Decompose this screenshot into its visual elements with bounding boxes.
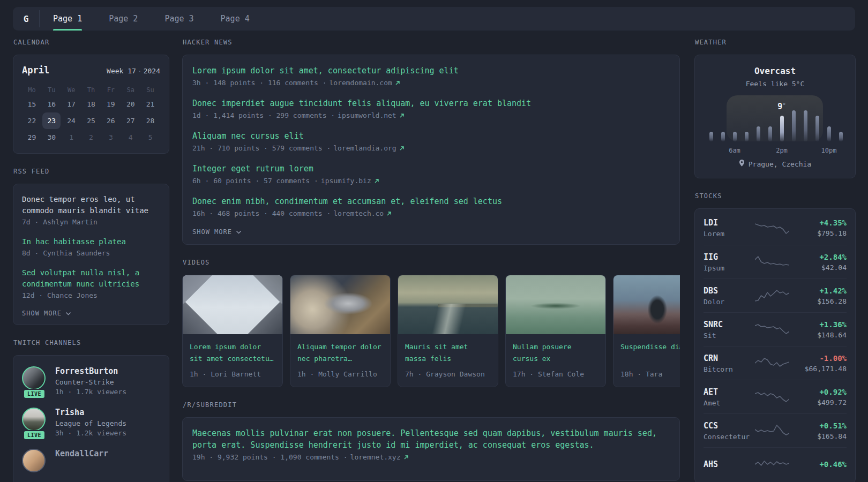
hn-item-domain-link[interactable]: loremlandia.org bbox=[333, 144, 396, 152]
hn-item-domain-link[interactable]: loremtech.co bbox=[333, 209, 384, 217]
tab-page-4[interactable]: Page 4 bbox=[221, 7, 250, 31]
hn-item-title[interactable]: Integer eget rutrum lorem bbox=[192, 163, 670, 175]
stock-name: Amet bbox=[704, 399, 755, 407]
stock-id: DBSDolor bbox=[704, 286, 755, 306]
video-card[interactable]: Lorem ipsum dolor sit amet consectetu…1h… bbox=[182, 275, 283, 387]
location-pin-icon bbox=[739, 160, 745, 168]
rss-item-meta: 7d · Ashlyn Martin bbox=[22, 218, 160, 226]
hackernews-section-header: HACKER NEWS bbox=[183, 39, 679, 46]
rss-show-more-button[interactable]: SHOW MORE bbox=[22, 310, 160, 317]
channel-name[interactable]: Trisha bbox=[55, 408, 126, 417]
hn-item-meta: 1d · 1,414 points · 299 comments · ipsum… bbox=[192, 111, 670, 119]
video-card[interactable]: Nullam posuere cursus ex17h · Stefan Col… bbox=[505, 275, 606, 387]
video-thumbnail bbox=[398, 275, 498, 334]
weekday-label: Mo bbox=[22, 86, 42, 94]
weekday-label: We bbox=[62, 86, 81, 94]
channel-name[interactable]: KendallCarr bbox=[55, 449, 108, 458]
avatar-wrap: LIVE bbox=[22, 408, 47, 437]
stock-id: CCSConsectetur bbox=[704, 421, 755, 441]
hn-item-title[interactable]: Donec enim nibh, condimentum et accumsan… bbox=[192, 195, 670, 207]
calendar-day: 20 bbox=[121, 96, 140, 112]
stock-id: CRNBitcorn bbox=[704, 353, 755, 373]
stock-name: Dolor bbox=[704, 298, 755, 306]
stock-ticker: DBS bbox=[704, 286, 755, 296]
stock-ticker: IIG bbox=[704, 252, 755, 262]
hn-item-title[interactable]: Donec imperdiet augue tincidunt felis al… bbox=[192, 97, 670, 109]
weekday-label: Su bbox=[140, 86, 160, 94]
weather-bar bbox=[745, 132, 749, 141]
video-card-body: Aliquam tempor dolor nec pharetra…1h · M… bbox=[290, 334, 390, 387]
avatar[interactable] bbox=[22, 408, 46, 431]
calendar-day: 18 bbox=[81, 96, 101, 112]
calendar-day: 29 bbox=[22, 129, 42, 146]
video-card-body: Mauris sit amet massa felis7h · Grayson … bbox=[398, 334, 498, 387]
video-card[interactable]: Mauris sit amet massa felis7h · Grayson … bbox=[398, 275, 498, 387]
stock-row: AETAmet+0.92%$499.72 bbox=[704, 380, 847, 413]
video-meta: 17h · Stefan Cole bbox=[513, 370, 598, 378]
stock-price: $795.18 bbox=[817, 229, 847, 237]
weather-bar bbox=[768, 126, 772, 141]
hn-item-title[interactable]: Aliquam nec cursus elit bbox=[192, 130, 670, 142]
stock-row: CCSConsectetur+0.51%$165.84 bbox=[704, 413, 847, 447]
stock-values: +1.36%$148.64 bbox=[817, 320, 847, 339]
subreddit-item-domain-link[interactable]: loremnet.xyz bbox=[350, 453, 401, 461]
weather-bar bbox=[721, 132, 725, 141]
subreddit-item-meta-text: 19h · 9,932 points · 1,090 comments · bbox=[192, 453, 348, 461]
calendar-day: 30 bbox=[42, 129, 62, 146]
calendar-day: 26 bbox=[101, 112, 121, 129]
twitch-list: LIVEForrestBurtonCounter-Strike1h · 1.7k… bbox=[22, 366, 160, 472]
weather-current-temp: 9° bbox=[777, 102, 786, 111]
stocks-card: LDILorem+4.35%$795.18IIGIpsum+2.84%$42.0… bbox=[694, 208, 856, 482]
calendar-card: April Week 17·2024 MoTuWeThFrSaSu 151617… bbox=[13, 55, 169, 154]
rss-item: Donec tempor eros leo, ut commodo mauris… bbox=[22, 194, 160, 226]
stock-row: LDILorem+4.35%$795.18 bbox=[704, 211, 847, 245]
tab-page-2[interactable]: Page 2 bbox=[109, 7, 138, 31]
avatar[interactable] bbox=[22, 449, 46, 472]
rss-item-title[interactable]: In hac habitasse platea bbox=[22, 236, 160, 247]
hackernews-list: Lorem ipsum dolor sit amet, consectetur … bbox=[192, 65, 670, 217]
tab-page-3[interactable]: Page 3 bbox=[164, 7, 193, 31]
weather-location: Prague, Czechia bbox=[749, 160, 811, 168]
rss-item-title[interactable]: Sed volutpat nulla nisl, a condimentum n… bbox=[22, 267, 160, 290]
avatar[interactable] bbox=[22, 366, 46, 390]
rss-list: Donec tempor eros leo, ut commodo mauris… bbox=[22, 194, 160, 299]
hackernews-show-more-button[interactable]: SHOW MORE bbox=[192, 228, 670, 236]
stocks-list: LDILorem+4.35%$795.18IIGIpsum+2.84%$42.0… bbox=[704, 211, 847, 481]
stock-id: SNRCSit bbox=[704, 320, 755, 340]
hn-item-title[interactable]: Lorem ipsum dolor sit amet, consectetur … bbox=[192, 65, 670, 77]
channel-name[interactable]: ForrestBurton bbox=[55, 366, 126, 376]
weather-card: Overcast Feels like 5°C 9° 6am 2pm 10pm … bbox=[694, 55, 856, 178]
tab-page-1[interactable]: Page 1 bbox=[53, 7, 82, 31]
video-title: Nullam posuere cursus ex bbox=[513, 341, 598, 365]
weather-bar bbox=[827, 126, 831, 141]
twitch-section-header: TWITCH CHANNELS bbox=[13, 339, 169, 347]
videos-row[interactable]: Lorem ipsum dolor sit amet consectetu…1h… bbox=[182, 275, 680, 387]
weather-degree-symbol: ° bbox=[782, 102, 786, 109]
weather-bar bbox=[733, 132, 737, 141]
rss-section: RSS FEED Donec tempor eros leo, ut commo… bbox=[13, 168, 169, 325]
calendar-week-label: Week 17 bbox=[107, 67, 136, 75]
rss-item: In hac habitasse platea8d · Cynthia Saun… bbox=[22, 236, 160, 257]
video-card[interactable]: Aliquam tempor dolor nec pharetra…1h · M… bbox=[290, 275, 391, 387]
stock-row: DBSDolor+1.42%$156.28 bbox=[704, 278, 847, 312]
stock-price: $66,171.48 bbox=[805, 365, 847, 373]
stock-sparkline bbox=[755, 457, 789, 472]
stock-row: AHS+0.46% bbox=[704, 447, 847, 481]
hn-item-domain-link[interactable]: ipsumworld.net bbox=[338, 111, 396, 119]
rss-item-title[interactable]: Donec tempor eros leo, ut commodo mauris… bbox=[22, 194, 160, 216]
calendar-day: 28 bbox=[140, 112, 160, 129]
video-thumbnail bbox=[613, 275, 680, 334]
external-link-icon bbox=[399, 113, 405, 118]
stock-values: +2.84%$42.04 bbox=[819, 253, 847, 272]
hn-item-domain-link[interactable]: loremdomain.com bbox=[329, 79, 392, 87]
subreddit-item-title[interactable]: Maecenas mollis pulvinar erat non posuer… bbox=[192, 427, 670, 451]
weather-bar bbox=[839, 132, 843, 141]
stock-row: IIGIpsum+2.84%$42.04 bbox=[704, 245, 847, 278]
weather-bar bbox=[804, 110, 807, 141]
stock-name: Lorem bbox=[704, 230, 755, 238]
hn-item-domain-link[interactable]: ipsumify.biz bbox=[321, 177, 371, 185]
stock-change: +1.36% bbox=[817, 320, 847, 329]
video-card[interactable]: Suspendisse diam18h · Tara bbox=[613, 275, 680, 387]
hn-item: Donec enim nibh, condimentum et accumsan… bbox=[192, 195, 670, 217]
weather-time-label: 6am bbox=[729, 147, 740, 154]
